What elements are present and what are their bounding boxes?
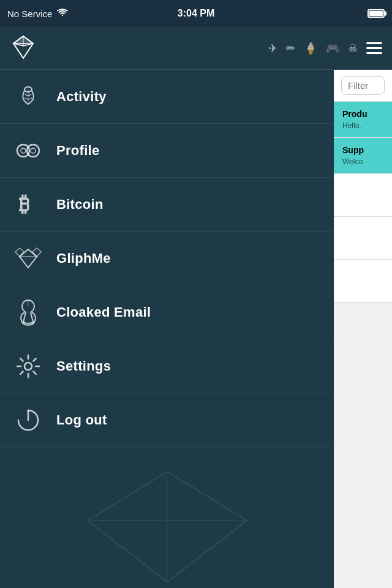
status-time: 3:04 PM [178,8,214,19]
icecream-icon[interactable]: 🍦 [304,42,317,55]
pen-icon[interactable]: ✏ [286,42,295,55]
svg-marker-14 [15,248,24,257]
activity-label: Activity [56,89,107,105]
status-bar: No Service 3:04 PM [0,0,392,27]
sidebar-item-activity[interactable]: Activity [0,70,334,124]
right-item-support[interactable]: Supp Welco [334,138,392,174]
svg-marker-11 [20,249,37,268]
right-panel: Produ Hello, Supp Welco [334,70,392,588]
svg-marker-13 [32,248,41,257]
sidebar-item-logout[interactable]: Log out [0,393,334,447]
right-item-product[interactable]: Produ Hello, [334,102,392,138]
no-service-text: No Service [7,9,52,19]
svg-text:₿: ₿ [19,193,29,216]
right-empty-space-1 [334,174,392,217]
status-right [368,9,385,18]
profile-label: Profile [56,143,100,159]
sidebar-item-settings[interactable]: Settings [0,339,334,393]
settings-icon [15,353,42,380]
main-layout: Activity Profile ₿ Bitcoin [0,70,392,588]
right-empty-space-2 [334,217,392,260]
skull-icon[interactable]: ☠ [348,42,358,55]
status-left: No Service [7,9,68,19]
cloaked-email-label: Cloaked Email [56,304,151,320]
sidebar-item-bitcoin[interactable]: ₿ Bitcoin [0,178,334,232]
filter-bar [334,70,392,102]
settings-label: Settings [56,358,111,374]
svg-line-23 [88,521,167,582]
right-empty-space-3 [334,260,392,303]
sidebar-menu: Activity Profile ₿ Bitcoin [0,70,334,588]
svg-line-21 [88,472,167,521]
sidebar-item-profile[interactable]: Profile [0,124,334,178]
gliphme-icon [15,245,42,272]
watermark-diamond [75,466,259,588]
header-icons: ✈ ✏ 🍦 🎮 ☠ [268,42,382,55]
logout-label: Log out [56,412,107,428]
cloaked-email-icon [15,299,42,326]
svg-line-22 [167,472,247,521]
filter-input[interactable] [341,76,385,95]
logout-icon [15,407,42,434]
activity-icon [15,83,42,110]
product-subtitle: Hello, [342,121,383,130]
svg-line-24 [167,521,247,582]
gamepad-icon[interactable]: 🎮 [326,42,339,55]
app-logo [10,34,37,63]
sidebar-item-gliphme[interactable]: GliphMe [0,232,334,285]
battery-icon [368,9,385,18]
bitcoin-icon: ₿ [15,191,42,218]
airplane-icon[interactable]: ✈ [268,42,277,55]
app-header: ✈ ✏ 🍦 🎮 ☠ [0,27,392,70]
svg-point-8 [21,148,26,153]
bitcoin-label: Bitcoin [56,197,104,213]
product-title: Produ [342,109,383,119]
menu-button[interactable] [366,42,382,54]
profile-icon [15,137,42,164]
svg-point-9 [31,148,36,153]
gliphme-label: GliphMe [56,251,111,266]
support-title: Supp [342,145,383,155]
wifi-icon [57,9,68,19]
support-subtitle: Welco [342,157,383,166]
svg-point-16 [24,363,32,370]
sidebar-item-cloaked-email[interactable]: Cloaked Email [0,285,334,339]
